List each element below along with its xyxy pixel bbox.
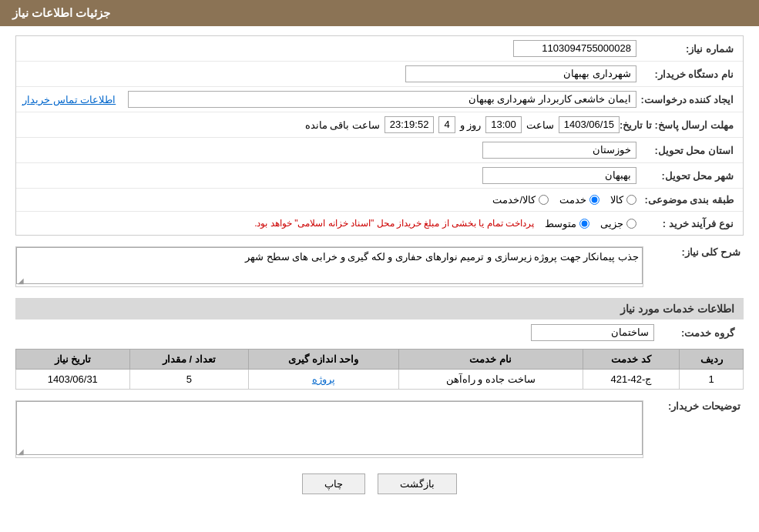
mohlat-rooz-value: 4	[444, 119, 449, 130]
mohlat-mande-box: 23:19:52	[385, 116, 435, 133]
page-wrapper: جزئیات اطلاعات نیاز شماره نیاز: 11030947…	[0, 0, 759, 532]
radio-motavasset-input[interactable]	[579, 219, 589, 229]
table-cell: 1403/06/31	[16, 370, 130, 390]
table-header-row: ردیف کد خدمت نام خدمت واحد اندازه گیری ت…	[16, 350, 744, 370]
radio-jozvi-item: جزیی	[600, 218, 636, 229]
radio-khadamat-label: خدمت	[559, 194, 586, 206]
table-cell: 1	[680, 370, 744, 390]
tabaqe-radio-group: کالا خدمت کالا/خدمت	[22, 194, 636, 206]
shomara-niaz-value-box: 1103094755000028	[513, 40, 636, 57]
content-area: شماره نیاز: 1103094755000028 نام دستگاه …	[0, 26, 759, 516]
sharh-textarea-wrapper: ◢	[15, 246, 643, 287]
shomara-niaz-label: شماره نیاز:	[636, 43, 737, 55]
farayand-radio-group: جزیی متوسط پرداخت تمام یا بخشی از مبلغ خ…	[22, 218, 636, 229]
col-radif: ردیف	[680, 350, 744, 370]
radio-motavasset-item: متوسط	[545, 218, 589, 229]
name-dastgah-value-box: شهرداری بهبهان	[405, 65, 636, 82]
tozihat-textarea-wrapper: ◢	[15, 400, 643, 458]
table-cell: ساخت جاده و راه‌آهن	[398, 370, 583, 390]
mohlat-mande-label: ساعت باقی مانده	[305, 119, 380, 131]
radio-kala-khadamat-item: کالا/خدمت	[492, 194, 549, 206]
shomara-niaz-value: 1103094755000028	[542, 42, 631, 54]
tozihat-section: توضیحات خریدار: ◢	[15, 397, 744, 461]
gorooh-khadamat-label: گروه خدمت:	[660, 327, 737, 339]
etela-khadamat-title: اطلاعات خدمات مورد نیاز	[15, 298, 744, 320]
radio-kala-label: کالا	[610, 194, 623, 206]
khadamat-table-section: ردیف کد خدمت نام خدمت واحد اندازه گیری ت…	[15, 349, 744, 390]
tozihat-resize-icon: ◢	[18, 447, 24, 456]
khadamat-table: ردیف کد خدمت نام خدمت واحد اندازه گیری ت…	[15, 349, 744, 390]
col-date: تاریخ نیاز	[16, 350, 130, 370]
name-dastgah-row: نام دستگاه خریدار: شهرداری بهبهان	[16, 62, 743, 87]
nooe-farayand-label: نوع فرآیند خرید :	[636, 218, 737, 229]
sharh-textarea[interactable]	[16, 247, 643, 284]
button-row: بازگشت چاپ	[15, 473, 744, 494]
mohlat-date-time: 1403/06/15 ساعت 13:00 روز و 4 23:19:52 س…	[22, 116, 620, 133]
mohlat-saat-value: 13:00	[491, 119, 516, 130]
mohlat-row: مهلت ارسال پاسخ: تا تاریخ: 1403/06/15 سا…	[16, 112, 743, 138]
tozihat-label: توضیحات خریدار:	[643, 397, 744, 412]
page-header: جزئیات اطلاعات نیاز	[0, 0, 759, 26]
tabaqe-label: طبقه بندی موضوعی:	[636, 194, 737, 206]
nooe-farayand-row: نوع فرآیند خرید : جزیی متوسط پرداخت تمام…	[16, 212, 743, 235]
col-unit: واحد اندازه گیری	[249, 350, 399, 370]
gorooh-khadamat-value: ساختمان	[611, 326, 649, 338]
mohlat-label: مهلت ارسال پاسخ: تا تاریخ:	[620, 119, 737, 131]
name-dastgah-value: شهرداری بهبهان	[563, 68, 631, 79]
mohlat-rooz-box: 4	[438, 116, 455, 133]
mohlat-saat-label: ساعت	[526, 119, 554, 131]
sharh-label: شرح کلی نیاز:	[643, 243, 744, 258]
radio-khadamat-input[interactable]	[589, 195, 599, 205]
shahr-label: شهر محل تحویل:	[636, 170, 737, 182]
col-name: نام خدمت	[398, 350, 583, 370]
back-button[interactable]: بازگشت	[378, 473, 457, 494]
mohlat-date-box: 1403/06/15	[559, 116, 620, 133]
table-cell[interactable]: پروژه	[249, 370, 399, 390]
shomara-niaz-row: شماره نیاز: 1103094755000028	[16, 36, 743, 62]
radio-kala-khadamat-label: کالا/خدمت	[492, 194, 536, 206]
ijad-konande-row: ایجاد کننده درخواست: ایمان خاشعی کاربردا…	[16, 87, 743, 112]
resize-icon: ◢	[18, 276, 24, 285]
radio-kala-item: کالا	[610, 194, 636, 206]
col-qty: تعداد / مقدار	[129, 350, 248, 370]
mohlat-rooz-label: روز و	[460, 119, 482, 131]
gorooh-khadamat-row: گروه خدمت: ساختمان	[15, 320, 744, 346]
print-button[interactable]: چاپ	[302, 473, 365, 494]
tabaqe-row: طبقه بندی موضوعی: کالا خدمت کالا/خدمت	[16, 189, 743, 212]
table-body: 1ج-42-421ساخت جاده و راه‌آهنپروژه51403/0…	[16, 370, 744, 390]
header-title: جزئیات اطلاعات نیاز	[12, 6, 110, 19]
table-row: 1ج-42-421ساخت جاده و راه‌آهنپروژه51403/0…	[16, 370, 744, 390]
ostan-row: استان محل تحویل: خوزستان	[16, 138, 743, 163]
ostan-value-box: خوزستان	[482, 142, 636, 159]
etela-tamas-link[interactable]: اطلاعات تماس خریدار	[22, 94, 116, 105]
ostan-value: خوزستان	[593, 144, 631, 156]
ostan-label: استان محل تحویل:	[636, 145, 737, 156]
table-cell: ج-42-421	[583, 370, 680, 390]
mohlat-mande-value: 23:19:52	[390, 119, 429, 130]
shahr-value-box: بهبهان	[482, 167, 636, 184]
name-dastgah-label: نام دستگاه خریدار:	[636, 69, 737, 80]
ijad-konande-label: ایجاد کننده درخواست:	[636, 94, 737, 105]
gorooh-khadamat-value-box: ساختمان	[531, 324, 654, 341]
main-form-section: شماره نیاز: 1103094755000028 نام دستگاه …	[15, 35, 744, 236]
ijad-konande-value: ایمان خاشعی کاربردار شهرداری بهبهان	[468, 93, 631, 105]
radio-jozvi-input[interactable]	[626, 219, 636, 229]
ijad-konande-value-box: ایمان خاشعی کاربردار شهرداری بهبهان	[128, 91, 636, 108]
radio-khadamat-item: خدمت	[559, 194, 599, 206]
mohlat-saat-box: 13:00	[485, 116, 522, 133]
sharh-section: شرح کلی نیاز: ◢	[15, 243, 744, 290]
tozihat-textarea[interactable]	[16, 401, 643, 455]
radio-jozvi-label: جزیی	[600, 218, 623, 229]
radio-kala-input[interactable]	[626, 195, 636, 205]
col-code: کد خدمت	[583, 350, 680, 370]
radio-motavasset-label: متوسط	[545, 218, 576, 229]
mohlat-date: 1403/06/15	[564, 119, 614, 130]
table-cell: 5	[129, 370, 248, 390]
notice-text: پرداخت تمام یا بخشی از مبلغ خریداز محل "…	[254, 218, 534, 229]
radio-kala-khadamat-input[interactable]	[539, 195, 549, 205]
shahr-value: بهبهان	[605, 169, 631, 181]
shahr-row: شهر محل تحویل: بهبهان	[16, 163, 743, 189]
